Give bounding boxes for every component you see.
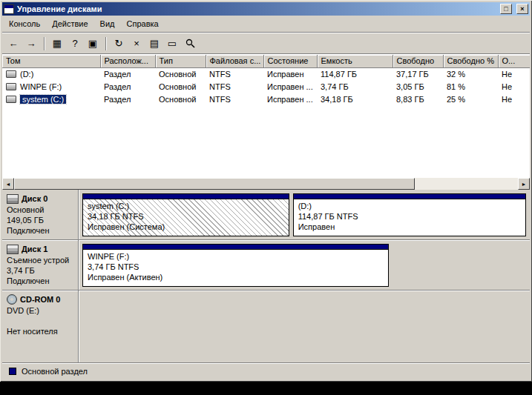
cell-free-pct: 25 % bbox=[443, 93, 498, 105]
cell-fault: Не bbox=[498, 67, 530, 80]
cell-free-pct: 81 % bbox=[443, 80, 498, 93]
toolbar-separator bbox=[44, 37, 45, 50]
scrollbar-thumb[interactable] bbox=[14, 178, 415, 190]
zoom-icon[interactable] bbox=[182, 36, 198, 51]
disk-info-cdrom[interactable]: CD-ROM 0 DVD (E:) Нет носителя bbox=[2, 291, 79, 362]
cell-free: 8,83 ГБ bbox=[393, 93, 443, 105]
scroll-left-icon[interactable]: ◄ bbox=[2, 178, 14, 190]
toolbar: ← → ▦ ? ▣ ↻ × ▤ ▭ bbox=[2, 33, 530, 53]
disk-name: CD-ROM 0 bbox=[20, 294, 60, 305]
primary-partition-swatch bbox=[9, 368, 16, 375]
horizontal-scrollbar[interactable]: ◄ ► bbox=[2, 178, 530, 190]
window-title: Управление дисками bbox=[17, 4, 496, 13]
cd-icon bbox=[7, 294, 17, 305]
drive-icon[interactable]: ▭ bbox=[164, 36, 180, 51]
partition-track bbox=[79, 291, 530, 362]
disk-type: DVD (E:) bbox=[7, 305, 73, 316]
partition-label: WINPE (F:) bbox=[88, 251, 384, 262]
column-header-fault[interactable]: О... bbox=[498, 55, 530, 67]
table-row[interactable]: WINPE (F:) Раздел Основной NTFS Исправен… bbox=[2, 80, 530, 93]
help-icon[interactable]: ? bbox=[67, 36, 83, 51]
maximize-button[interactable]: □ bbox=[500, 4, 512, 14]
back-icon[interactable]: ← bbox=[5, 36, 22, 51]
disk-status: Нет носителя bbox=[7, 326, 73, 336]
graphical-view: Диск 0 Основной 149,05 ГБ Подключен syst… bbox=[2, 190, 530, 379]
column-header-volume[interactable]: Том bbox=[2, 55, 100, 67]
cell-fault: Не bbox=[498, 93, 530, 105]
refresh-icon[interactable]: ↻ bbox=[111, 36, 127, 51]
legend: Основной раздел bbox=[2, 362, 530, 379]
disk-type: Основной bbox=[7, 205, 73, 215]
cell-free: 3,05 ГБ bbox=[393, 80, 443, 93]
toolbar-separator bbox=[105, 37, 106, 50]
partition-label: system (C:) bbox=[88, 201, 284, 211]
partition-status: Исправен (Активен) bbox=[88, 272, 384, 282]
delete-icon[interactable]: × bbox=[128, 36, 145, 51]
column-header-filesystem[interactable]: Файловая с... bbox=[206, 55, 263, 67]
primary-partition-strip bbox=[83, 194, 289, 199]
partition-winpe-f[interactable]: WINPE (F:) 3,74 ГБ NTFS Исправен (Активе… bbox=[82, 244, 389, 287]
menu-view[interactable]: Вид bbox=[94, 17, 121, 30]
drive-icon bbox=[6, 70, 16, 78]
table-header-row: Том Располож... Тип Файловая с... Состоя… bbox=[2, 55, 530, 67]
disk-status: Подключен bbox=[7, 225, 73, 236]
cell-fs: NTFS bbox=[206, 93, 263, 105]
cell-capacity: 34,18 ГБ bbox=[317, 93, 393, 105]
cell-layout: Раздел bbox=[100, 93, 155, 105]
menu-help[interactable]: Справка bbox=[121, 17, 165, 30]
scrollbar-trough[interactable] bbox=[415, 178, 518, 190]
app-icon[interactable] bbox=[4, 4, 14, 14]
partition-track: WINPE (F:) 3,74 ГБ NTFS Исправен (Активе… bbox=[79, 240, 530, 290]
open-icon[interactable]: ▤ bbox=[146, 36, 162, 51]
cell-layout: Раздел bbox=[100, 80, 155, 93]
cell-type: Основной bbox=[155, 93, 206, 105]
column-header-free[interactable]: Свободно bbox=[393, 55, 443, 67]
disk-size: 149,05 ГБ bbox=[7, 215, 73, 225]
disk-size: 3,74 ГБ bbox=[7, 265, 73, 276]
disk-size bbox=[7, 316, 73, 326]
show-window-icon[interactable]: ▣ bbox=[85, 36, 101, 51]
console-tree-icon[interactable]: ▦ bbox=[49, 36, 65, 51]
primary-partition-strip bbox=[83, 245, 388, 250]
disk-info-0[interactable]: Диск 0 Основной 149,05 ГБ Подключен bbox=[2, 190, 79, 239]
table-row[interactable]: (D:) Раздел Основной NTFS Исправен 114,8… bbox=[2, 67, 530, 80]
column-header-capacity[interactable]: Емкость bbox=[317, 55, 393, 67]
disk-status: Подключен bbox=[7, 276, 73, 286]
column-header-free-pct[interactable]: Свободно % bbox=[443, 55, 498, 67]
cell-free: 37,17 ГБ bbox=[393, 67, 443, 80]
column-header-type[interactable]: Тип bbox=[155, 55, 206, 67]
disk-row-1: Диск 1 Съемное устрой 3,74 ГБ Подключен … bbox=[2, 240, 530, 291]
partition-d[interactable]: (D:) 114,87 ГБ NTFS Исправен bbox=[293, 193, 526, 236]
menu-action[interactable]: Действие bbox=[46, 17, 93, 30]
table-row-selected[interactable]: system (C:) Раздел Основной NTFS Исправе… bbox=[2, 93, 530, 105]
cell-status: Исправен bbox=[263, 67, 317, 80]
forward-icon[interactable]: → bbox=[23, 36, 39, 51]
partition-status: Исправен (Система) bbox=[88, 222, 284, 232]
disk-name: Диск 0 bbox=[22, 193, 47, 204]
cell-fs: NTFS bbox=[206, 67, 263, 80]
cell-status: Исправен ... bbox=[263, 93, 317, 105]
partition-system-c[interactable]: system (C:) 34,18 ГБ NTFS Исправен (Сист… bbox=[82, 193, 289, 236]
title-bar[interactable]: Управление дисками □ × bbox=[2, 2, 530, 16]
volume-name: (D:) bbox=[20, 70, 33, 79]
cell-fault: Не bbox=[498, 80, 530, 93]
disk-row-cdrom: CD-ROM 0 DVD (E:) Нет носителя bbox=[2, 291, 530, 362]
disk-info-1[interactable]: Диск 1 Съемное устрой 3,74 ГБ Подключен bbox=[2, 240, 79, 290]
close-button[interactable]: × bbox=[516, 4, 528, 14]
volume-name: WINPE (F:) bbox=[20, 82, 62, 91]
scroll-right-icon[interactable]: ► bbox=[518, 178, 530, 190]
column-header-status[interactable]: Состояние bbox=[263, 55, 317, 67]
legend-label: Основной раздел bbox=[22, 367, 88, 376]
cell-type: Основной bbox=[155, 67, 206, 80]
partition-size: 3,74 ГБ NTFS bbox=[88, 262, 384, 272]
cell-capacity: 114,87 ГБ bbox=[317, 67, 393, 80]
disk-icon bbox=[7, 194, 19, 204]
drive-icon bbox=[6, 83, 16, 90]
cell-type: Основной bbox=[155, 80, 206, 93]
column-header-layout[interactable]: Располож... bbox=[100, 55, 155, 67]
disk-row-0: Диск 0 Основной 149,05 ГБ Подключен syst… bbox=[2, 190, 530, 240]
cell-status: Исправен ... bbox=[263, 80, 317, 93]
cell-capacity: 3,74 ГБ bbox=[317, 80, 393, 93]
menu-console[interactable]: Консоль bbox=[3, 17, 46, 30]
drive-icon bbox=[6, 96, 16, 103]
